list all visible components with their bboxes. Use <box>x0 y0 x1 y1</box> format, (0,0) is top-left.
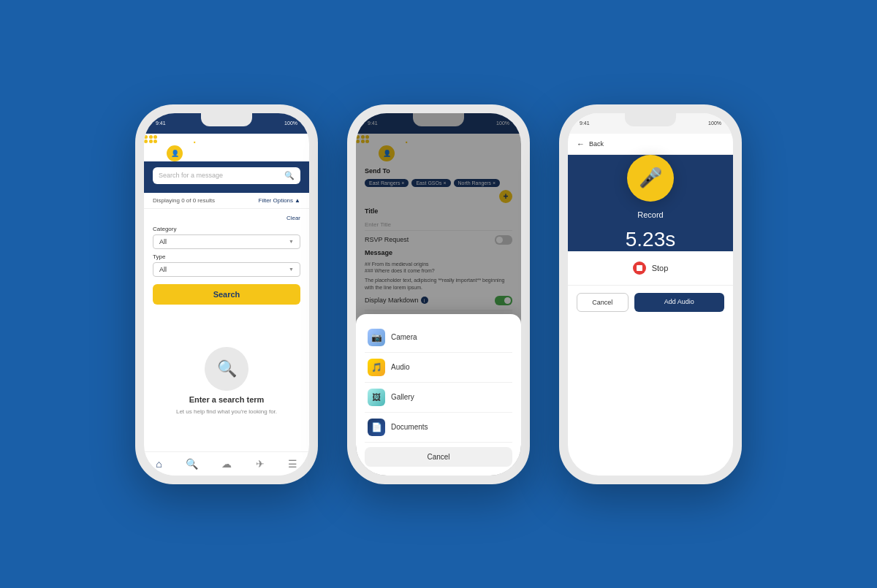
back-arrow-icon: ← <box>577 140 585 148</box>
category-label: Category <box>153 226 300 232</box>
search-box[interactable]: Search for a message 🔍 <box>153 167 300 184</box>
search-icon: 🔍 <box>284 171 295 180</box>
phone-3: 9:41 100% ← Back 🎤 Record 5.23s Stop <box>559 104 742 484</box>
sheet-camera[interactable]: 📷 Camera <box>365 323 512 353</box>
record-area: 🎤 Record 5.23s <box>568 155 733 251</box>
status-bar-3: 9:41 100% <box>568 113 733 134</box>
camera-label: Camera <box>391 333 417 341</box>
documents-label: Documents <box>391 423 428 431</box>
type-select[interactable]: All ▼ <box>153 262 300 277</box>
attachment-sheet: 📷 Camera 🎵 Audio 🖼 Gallery 📄 Documents C… <box>356 314 521 476</box>
nav-cloud-icon[interactable]: ☁ <box>221 458 232 470</box>
empty-title: Enter a search term <box>189 395 265 404</box>
content-area-2: Send To East Rangers × East GSOs × North… <box>356 161 521 336</box>
sheet-cancel-button[interactable]: Cancel <box>365 447 512 467</box>
search-button[interactable]: Search <box>153 284 300 305</box>
type-label: Type <box>153 253 300 260</box>
documents-icon: 📄 <box>368 419 385 436</box>
stop-icon[interactable] <box>633 261 646 275</box>
audio-action-bar: Cancel Add Audio <box>568 285 733 319</box>
phone-1: 9:41 100% cimara. DEMO 👤 <box>135 104 318 484</box>
notch-1 <box>201 113 252 126</box>
search-placeholder: Search for a message <box>159 172 280 179</box>
nav-home-icon[interactable]: ⌂ <box>156 458 162 470</box>
back-bar: ← Back <box>568 134 733 155</box>
status-time-1: 9:41 <box>156 121 166 126</box>
empty-subtitle: Let us help find what you're looking for… <box>176 408 277 415</box>
nav-menu-icon[interactable]: ☰ <box>288 458 297 470</box>
demo-badge-1: DEMO 👤 <box>144 145 309 161</box>
logo-dot <box>144 140 148 143</box>
stop-label[interactable]: Stop <box>652 264 669 272</box>
audio-icon: 🎵 <box>368 359 385 376</box>
filter-options-btn[interactable]: Filter Options ▲ <box>259 197 301 204</box>
app-header-1: cimara. DEMO 👤 <box>144 134 309 161</box>
audio-label: Audio <box>391 363 410 371</box>
nav-search-icon[interactable]: 🔍 <box>186 458 198 470</box>
status-bar-1: 9:41 100% <box>144 113 309 134</box>
sheet-audio[interactable]: 🎵 Audio <box>365 353 512 383</box>
back-button[interactable]: Back <box>589 140 604 148</box>
search-section: Search for a message 🔍 <box>144 161 309 193</box>
bottom-nav-1: ⌂ 🔍 ☁ ✈ ☰ <box>144 451 309 476</box>
filter-bar: Displaying 0 of 0 results Filter Options… <box>144 193 309 209</box>
stop-square <box>637 265 642 271</box>
status-battery-3: 100% <box>708 121 721 126</box>
logo-text-1: cimara. <box>160 134 196 145</box>
category-select[interactable]: All ▼ <box>153 234 300 249</box>
cancel-audio-button[interactable]: Cancel <box>577 293 629 312</box>
clear-button[interactable]: Clear <box>286 215 300 221</box>
user-avatar-1[interactable]: 👤 <box>167 145 183 161</box>
stop-area: Stop <box>568 251 733 285</box>
phone-2: 9:41 100% cimara. DEMO 👤 <box>347 104 530 484</box>
gallery-label: Gallery <box>391 393 414 401</box>
logo-dot <box>144 135 148 139</box>
filter-form: Clear Category All ▼ Type All ▼ Search <box>144 209 309 310</box>
logo-dots-1 <box>144 135 157 144</box>
mic-button[interactable]: 🎤 <box>627 155 674 202</box>
empty-state: 🔍 Enter a search term Let us help find w… <box>144 310 309 451</box>
gallery-icon: 🖼 <box>368 389 385 406</box>
empty-search-icon: 🔍 <box>205 347 248 391</box>
notch-3 <box>625 113 676 126</box>
status-time-3: 9:41 <box>580 121 590 126</box>
logo-dot <box>149 135 153 139</box>
record-label: Record <box>637 210 663 219</box>
logo-dot <box>149 140 153 143</box>
status-battery-1: 100% <box>284 121 297 126</box>
sheet-gallery[interactable]: 🖼 Gallery <box>365 383 512 413</box>
camera-icon: 📷 <box>368 329 385 346</box>
nav-send-icon[interactable]: ✈ <box>256 458 265 470</box>
results-count: Displaying 0 of 0 results <box>153 197 215 204</box>
logo-dot <box>153 140 157 143</box>
chevron-down-icon: ▼ <box>289 239 294 244</box>
timer-display: 5.23s <box>626 228 676 251</box>
chevron-down-icon-2: ▼ <box>289 267 294 272</box>
add-audio-button[interactable]: Add Audio <box>634 293 724 312</box>
sheet-documents[interactable]: 📄 Documents <box>365 413 512 443</box>
logo-1: cimara. <box>144 134 309 145</box>
logo-dot <box>153 135 157 139</box>
content-area-3: ← Back 🎤 Record 5.23s Stop Cancel Add Au… <box>568 134 733 319</box>
